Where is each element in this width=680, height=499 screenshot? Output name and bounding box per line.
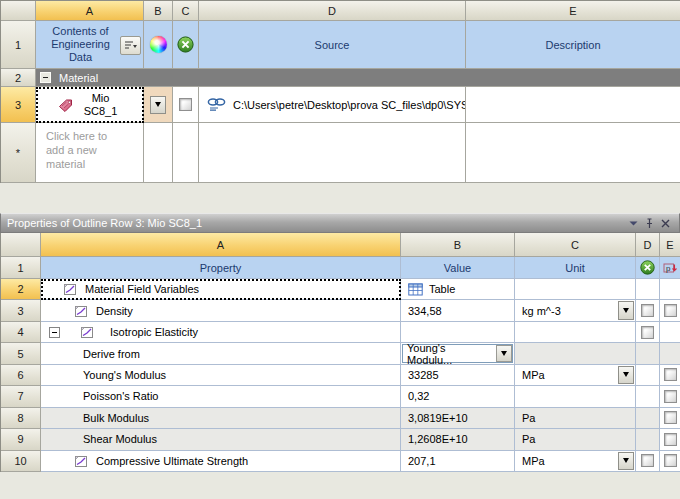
chevron-down-icon	[629, 221, 638, 226]
param-cell-empty	[660, 279, 680, 300]
material-source-cell[interactable]: C:\Users\petre\Desktop\prova SC_files\dp…	[199, 87, 466, 123]
props-col-a[interactable]: A	[41, 233, 401, 257]
props-col-e[interactable]: E	[660, 233, 680, 257]
param-cell	[660, 408, 680, 429]
prop-cell-derive-from[interactable]: Derive from	[41, 343, 401, 364]
unit-cell-youngs-modulus[interactable]: MPa	[515, 365, 636, 386]
unit-cell-density[interactable]: kg m^-3	[515, 300, 636, 321]
unit-cell-compressive[interactable]: MPa	[515, 451, 636, 472]
suppress-cell	[636, 322, 660, 343]
suppress-cell	[636, 451, 660, 472]
props-row9-number[interactable]: 9	[1, 429, 41, 450]
props-row6-number[interactable]: 6	[1, 365, 41, 386]
properties-table: A B C D E 1 Property Value Unit p 2 Mate…	[0, 233, 680, 472]
pin-pane-button[interactable]	[641, 215, 657, 231]
material-name-cell[interactable]: Mio SC8_1	[36, 87, 144, 123]
unit-cell-bulk-modulus: Pa	[515, 408, 636, 429]
outline-col-d[interactable]: D	[199, 1, 466, 21]
prop-cell-shear-modulus: Shear Modulus	[41, 429, 401, 450]
unit-dropdown[interactable]	[618, 301, 634, 319]
props-row8-number[interactable]: 8	[1, 408, 41, 429]
prop-cell-density[interactable]: Density	[41, 300, 401, 321]
outline-col-a[interactable]: A	[36, 1, 144, 21]
value-label: 0,32	[408, 390, 429, 402]
parameterize-checkbox[interactable]	[664, 304, 677, 317]
outline-corner-header[interactable]	[1, 1, 36, 21]
value-cell-youngs-modulus[interactable]: 33285	[401, 365, 515, 386]
add-row-b-cell	[144, 123, 173, 183]
value-cell-poissons-ratio[interactable]: 0,32	[401, 386, 515, 407]
chart-property-icon	[63, 282, 77, 296]
prop-cell-material-field-variables[interactable]: Material Field Variables	[41, 279, 401, 300]
outline-row1-number[interactable]: 1	[1, 21, 36, 69]
props-row10-number[interactable]: 10	[1, 451, 41, 472]
combobox-dropdown[interactable]	[496, 345, 512, 362]
outline-row3-number[interactable]: 3	[1, 87, 36, 123]
unit-cell-empty[interactable]	[515, 279, 636, 300]
material-name: Mio SC8_1	[80, 92, 122, 118]
outline-add-row-number[interactable]: *	[1, 123, 36, 183]
suppress-column-header	[636, 257, 660, 279]
outline-row2-number[interactable]: 2	[1, 69, 36, 87]
collapse-material-icon[interactable]	[40, 72, 51, 83]
add-material-cell[interactable]: Click here to add a new material	[36, 123, 144, 183]
suppression-header-cell	[173, 21, 199, 69]
material-description-cell[interactable]	[466, 87, 680, 123]
value-label: 207,1	[408, 455, 436, 467]
value-cell-material-field-variables[interactable]: Table	[401, 279, 515, 300]
prop-cell-isotropic-elasticity[interactable]: Isotropic Elasticity	[41, 322, 401, 343]
props-row5-number[interactable]: 5	[1, 343, 41, 364]
description-header: Description	[466, 21, 680, 69]
value-cell-density[interactable]: 334,58	[401, 300, 515, 321]
suppress-checkbox[interactable]	[641, 454, 654, 467]
pane-menu-button[interactable]	[625, 215, 641, 231]
prop-cell-youngs-modulus[interactable]: Young's Modulus	[41, 365, 401, 386]
filter-button[interactable]	[120, 36, 141, 55]
suppress-checkbox[interactable]	[641, 326, 654, 339]
parameterize-checkbox[interactable]	[664, 390, 677, 403]
material-group-band: Material	[36, 69, 680, 87]
close-pane-button[interactable]	[657, 215, 673, 231]
color-wheel-icon	[150, 36, 167, 53]
props-row1-number[interactable]: 1	[1, 257, 41, 279]
props-col-d[interactable]: D	[636, 233, 660, 257]
props-row3-number[interactable]: 3	[1, 300, 41, 321]
unit-cell-readonly	[515, 343, 636, 364]
unit-dropdown[interactable]	[618, 366, 634, 384]
unit-cell-empty[interactable]	[515, 386, 636, 407]
collapse-isotropic-icon[interactable]	[49, 327, 60, 338]
chart-property-icon	[74, 304, 88, 318]
unit-dropdown[interactable]	[618, 452, 634, 470]
parameterize-checkbox[interactable]	[664, 411, 677, 424]
props-col-c[interactable]: C	[515, 233, 636, 257]
props-row7-number[interactable]: 7	[1, 386, 41, 407]
props-col-b[interactable]: B	[401, 233, 515, 257]
props-row2-number[interactable]: 2	[1, 279, 41, 300]
prop-cell-poissons-ratio[interactable]: Poisson's Ratio	[41, 386, 401, 407]
value-label: 3,0819E+10	[408, 412, 468, 424]
value-cell-empty[interactable]	[401, 322, 515, 343]
outline-col-b[interactable]: B	[144, 1, 173, 21]
green-x-icon	[640, 260, 655, 275]
parameterize-checkbox[interactable]	[664, 433, 677, 446]
material-style-dropdown[interactable]	[150, 96, 166, 114]
prop-cell-compressive-ultimate-strength[interactable]: Compressive Ultimate Strength	[41, 451, 401, 472]
property-label: Young's Modulus	[83, 369, 166, 381]
filter-icon	[123, 39, 138, 52]
link-icon	[207, 98, 226, 111]
property-label: Poisson's Ratio	[83, 390, 158, 402]
suppress-checkbox[interactable]	[641, 304, 654, 317]
value-cell-compressive[interactable]: 207,1	[401, 451, 515, 472]
close-icon	[661, 219, 670, 228]
outline-col-c[interactable]: C	[173, 1, 199, 21]
pin-icon	[644, 218, 655, 229]
outline-col-e[interactable]: E	[466, 1, 680, 21]
parameterize-checkbox[interactable]	[664, 368, 677, 381]
props-row4-number[interactable]: 4	[1, 322, 41, 343]
unit-cell-empty[interactable]	[515, 322, 636, 343]
parameterize-checkbox[interactable]	[664, 454, 677, 467]
derive-from-combobox[interactable]: Young's Modulu...	[402, 344, 513, 363]
props-corner-header[interactable]	[1, 233, 41, 257]
material-suppress-checkbox[interactable]	[179, 98, 192, 111]
prop-cell-bulk-modulus: Bulk Modulus	[41, 408, 401, 429]
